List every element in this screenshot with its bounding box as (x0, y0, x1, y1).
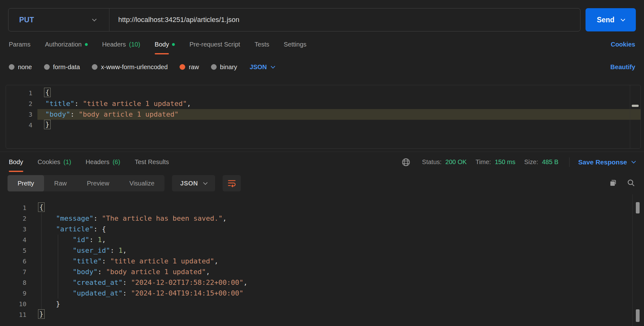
text-wrap-icon (227, 178, 236, 189)
matched-brace: { (38, 202, 45, 212)
url-input[interactable]: http://localhost:34251/api/articles/1.js… (109, 16, 580, 24)
body-mode-form-data[interactable]: form-data (44, 64, 80, 71)
scrollbar-thumb[interactable] (636, 202, 640, 213)
send-label: Send (597, 16, 614, 24)
radio-icon (92, 64, 97, 70)
code-token: "body" (45, 110, 70, 118)
scrollbar-thumb[interactable] (632, 105, 639, 107)
request-tab-authorization[interactable]: Authorization (45, 39, 88, 50)
code-line-content: } (31, 309, 644, 320)
response-actions (609, 179, 636, 188)
code-token: "2024-12-04T19:14:15+00:00" (131, 289, 243, 297)
size-value[interactable]: 485 B (542, 158, 558, 166)
line-number: 3 (0, 224, 31, 235)
tab-label: Params (9, 39, 31, 50)
view-tab-pretty[interactable]: Pretty (8, 175, 44, 191)
save-response-button[interactable]: Save Response (578, 158, 635, 166)
request-tab-body[interactable]: Body (155, 39, 175, 50)
code-token: "created_at" (73, 279, 123, 286)
url-container: PUT http://localhost:34251/api/articles/… (8, 8, 580, 31)
chevron-down-icon (203, 180, 207, 185)
body-mode-raw[interactable]: raw (180, 64, 199, 71)
body-mode-radios: noneform-datax-www-form-urlencodedrawbin… (9, 64, 237, 71)
status-value[interactable]: 200 OK (445, 158, 467, 166)
code-line: 2"title": "title article 1 updated", (6, 98, 641, 109)
method-selector[interactable]: PUT (8, 8, 109, 31)
request-tabs-row: ParamsAuthorizationHeaders(10)BodyPre-re… (0, 31, 644, 57)
tab-label: Body (155, 39, 169, 50)
code-line-content: "title": "title article 1 updated", (31, 256, 644, 267)
globe-icon (401, 157, 411, 167)
tab-label: Headers (86, 157, 109, 168)
code-token: } (56, 300, 60, 308)
cookies-link[interactable]: Cookies (611, 41, 635, 48)
tab-label: Settings (284, 39, 306, 50)
code-token: , (243, 279, 247, 286)
line-number: 4 (0, 235, 31, 245)
code-line: 4 "id": 1, (0, 235, 644, 245)
code-token: "body article 1 updated" (79, 110, 179, 118)
response-tab-body[interactable]: Body (9, 157, 23, 168)
code-token: : (123, 289, 131, 297)
code-token: : (93, 214, 102, 222)
scrollbar-thumb[interactable] (636, 309, 640, 322)
scrollbar-track (632, 194, 633, 326)
line-number: 5 (0, 245, 31, 256)
response-body-viewer[interactable]: 1{2 "message": "The article has been sav… (0, 194, 644, 326)
radio-icon (180, 64, 185, 70)
body-mode-label: none (18, 64, 32, 71)
view-tab-raw[interactable]: Raw (44, 175, 77, 191)
line-number: 1 (0, 202, 31, 213)
code-token: "title" (73, 257, 102, 265)
request-tab-pre-request-script[interactable]: Pre-request Script (189, 39, 240, 50)
code-line: 11} (0, 309, 644, 320)
scrollbar-track (630, 85, 630, 148)
tab-count-badge: (1) (64, 158, 71, 166)
request-tab-headers[interactable]: Headers(10) (102, 39, 140, 50)
time-value[interactable]: 150 ms (495, 158, 515, 166)
unsaved-changes-dot (172, 43, 175, 46)
time-label: Time: (475, 158, 491, 166)
save-response-label: Save Response (578, 158, 627, 166)
response-language-select[interactable]: JSON (172, 175, 215, 191)
tab-label: Body (9, 157, 23, 168)
request-tab-settings[interactable]: Settings (284, 39, 306, 50)
response-code-lines: 1{2 "message": "The article has been sav… (0, 202, 644, 320)
body-mode-x-www-form-urlencoded[interactable]: x-www-form-urlencoded (92, 64, 168, 71)
view-tab-visualize[interactable]: Visualize (119, 175, 164, 191)
chevron-down-icon (92, 17, 97, 21)
radio-icon (44, 64, 50, 70)
chevron-down-icon[interactable] (621, 17, 625, 21)
request-url-bar: PUT http://localhost:34251/api/articles/… (0, 0, 644, 31)
request-code-lines: 1{2"title": "title article 1 updated",3"… (6, 88, 641, 130)
code-line-content: "body": "body article 1 updated", (31, 267, 644, 277)
response-tab-cookies[interactable]: Cookies(1) (38, 157, 71, 168)
beautify-link[interactable]: Beautify (610, 64, 635, 71)
tab-label: Pre-request Script (189, 39, 240, 50)
response-tab-headers[interactable]: Headers(6) (86, 157, 120, 168)
code-token: , (206, 268, 210, 276)
request-tab-params[interactable]: Params (9, 39, 31, 50)
code-line: 1{ (6, 88, 641, 98)
code-line-content: "created_at": "2024-12-02T17:58:22+00:00… (31, 277, 644, 288)
code-token: "message" (56, 214, 93, 222)
response-tabs: BodyCookies(1)Headers(6)Test Results (9, 157, 169, 168)
request-body-editor[interactable]: 1{2"title": "title article 1 updated",3"… (6, 85, 641, 149)
line-number: 6 (0, 256, 31, 267)
code-line: 8 "created_at": "2024-12-02T17:58:22+00:… (0, 277, 644, 288)
view-tab-preview[interactable]: Preview (77, 175, 119, 191)
search-button[interactable] (627, 179, 635, 188)
wrap-text-button[interactable] (223, 175, 241, 191)
body-mode-none[interactable]: none (9, 64, 32, 71)
code-token: "id" (73, 236, 89, 244)
send-button[interactable]: Send (586, 8, 636, 31)
tab-label: Tests (255, 39, 269, 50)
tab-count-badge: (10) (129, 41, 140, 48)
request-language-select[interactable]: JSON (250, 64, 274, 71)
response-tab-test-results[interactable]: Test Results (135, 157, 169, 168)
chevron-down-icon (270, 64, 275, 68)
copy-button[interactable] (609, 179, 617, 188)
indent-guide (58, 235, 58, 299)
request-tab-tests[interactable]: Tests (255, 39, 269, 50)
body-mode-binary[interactable]: binary (211, 64, 237, 71)
